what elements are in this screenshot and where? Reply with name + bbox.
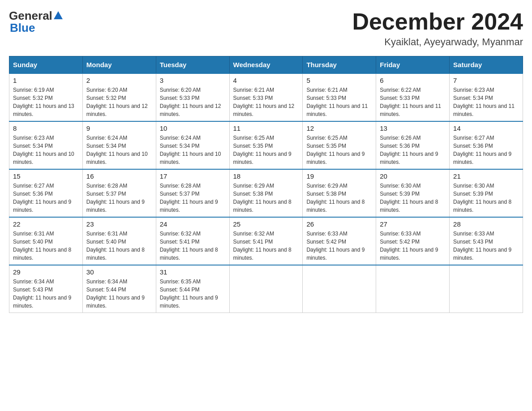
sunrise-label: Sunrise: 6:27 AM bbox=[13, 183, 54, 189]
day-info: Sunrise: 6:32 AM Sunset: 5:41 PM Dayligh… bbox=[160, 230, 226, 262]
sunrise-label: Sunrise: 6:30 AM bbox=[380, 183, 420, 189]
daylight-label: Daylight: 11 hours and 9 minutes. bbox=[86, 295, 145, 309]
location-text: Kyaiklat, Ayeyarwady, Myanmar bbox=[352, 36, 523, 48]
day-number: 19 bbox=[306, 172, 372, 180]
sunrise-label: Sunrise: 6:22 AM bbox=[380, 87, 420, 93]
day-number: 26 bbox=[306, 220, 372, 228]
day-info: Sunrise: 6:31 AM Sunset: 5:40 PM Dayligh… bbox=[13, 230, 79, 262]
sunrise-label: Sunrise: 6:23 AM bbox=[453, 87, 494, 93]
sunrise-label: Sunrise: 6:35 AM bbox=[160, 278, 201, 285]
day-number: 12 bbox=[306, 124, 372, 132]
sunrise-label: Sunrise: 6:20 AM bbox=[86, 87, 127, 93]
day-info: Sunrise: 6:26 AM Sunset: 5:36 PM Dayligh… bbox=[380, 134, 446, 166]
sunrise-label: Sunrise: 6:33 AM bbox=[306, 231, 347, 237]
calendar-header-sunday: Sunday bbox=[9, 56, 83, 74]
sunrise-label: Sunrise: 6:20 AM bbox=[160, 87, 201, 93]
calendar-cell: 25 Sunrise: 6:32 AM Sunset: 5:41 PM Dayl… bbox=[229, 217, 303, 265]
day-number: 20 bbox=[380, 172, 446, 180]
calendar-cell: 17 Sunrise: 6:28 AM Sunset: 5:37 PM Dayl… bbox=[156, 169, 229, 217]
page-header: General Blue December 2024 Kyaiklat, Aye… bbox=[9, 9, 523, 48]
day-info: Sunrise: 6:23 AM Sunset: 5:34 PM Dayligh… bbox=[453, 86, 519, 118]
calendar-cell: 21 Sunrise: 6:30 AM Sunset: 5:39 PM Dayl… bbox=[450, 169, 523, 217]
day-info: Sunrise: 6:28 AM Sunset: 5:37 PM Dayligh… bbox=[160, 182, 226, 214]
calendar-cell: 8 Sunrise: 6:23 AM Sunset: 5:34 PM Dayli… bbox=[9, 121, 83, 169]
day-info: Sunrise: 6:30 AM Sunset: 5:39 PM Dayligh… bbox=[380, 182, 446, 214]
sunset-label: Sunset: 5:36 PM bbox=[453, 143, 493, 149]
day-info: Sunrise: 6:21 AM Sunset: 5:33 PM Dayligh… bbox=[306, 86, 372, 118]
sunrise-label: Sunrise: 6:28 AM bbox=[160, 183, 201, 189]
calendar-header-friday: Friday bbox=[376, 56, 450, 74]
calendar-week-row: 1 Sunrise: 6:19 AM Sunset: 5:32 PM Dayli… bbox=[9, 73, 523, 121]
sunset-label: Sunset: 5:34 PM bbox=[453, 95, 493, 101]
day-number: 8 bbox=[13, 124, 79, 132]
calendar-cell bbox=[303, 265, 376, 313]
daylight-label: Daylight: 11 hours and 10 minutes. bbox=[160, 151, 221, 165]
day-info: Sunrise: 6:30 AM Sunset: 5:39 PM Dayligh… bbox=[453, 182, 519, 214]
daylight-label: Daylight: 11 hours and 12 minutes. bbox=[233, 103, 295, 117]
calendar-cell: 30 Sunrise: 6:34 AM Sunset: 5:44 PM Dayl… bbox=[82, 265, 156, 313]
daylight-label: Daylight: 11 hours and 8 minutes. bbox=[233, 247, 292, 261]
sunrise-label: Sunrise: 6:33 AM bbox=[453, 231, 494, 237]
title-section: December 2024 Kyaiklat, Ayeyarwady, Myan… bbox=[352, 9, 523, 48]
sunrise-label: Sunrise: 6:30 AM bbox=[453, 183, 494, 189]
daylight-label: Daylight: 11 hours and 8 minutes. bbox=[160, 247, 218, 261]
daylight-label: Daylight: 11 hours and 9 minutes. bbox=[453, 247, 511, 261]
daylight-label: Daylight: 11 hours and 8 minutes. bbox=[13, 247, 71, 261]
sunrise-label: Sunrise: 6:21 AM bbox=[306, 87, 347, 93]
calendar-cell: 12 Sunrise: 6:25 AM Sunset: 5:35 PM Dayl… bbox=[303, 121, 376, 169]
calendar-cell: 10 Sunrise: 6:24 AM Sunset: 5:34 PM Dayl… bbox=[156, 121, 229, 169]
sunset-label: Sunset: 5:33 PM bbox=[380, 95, 420, 101]
daylight-label: Daylight: 11 hours and 9 minutes. bbox=[233, 151, 292, 165]
day-info: Sunrise: 6:29 AM Sunset: 5:38 PM Dayligh… bbox=[306, 182, 372, 214]
daylight-label: Daylight: 11 hours and 8 minutes. bbox=[453, 199, 511, 213]
sunset-label: Sunset: 5:35 PM bbox=[306, 143, 346, 149]
daylight-label: Daylight: 11 hours and 9 minutes. bbox=[13, 199, 71, 213]
sunrise-label: Sunrise: 6:19 AM bbox=[13, 87, 54, 93]
calendar-header-monday: Monday bbox=[82, 56, 156, 74]
logo-blue-part bbox=[52, 11, 63, 21]
day-info: Sunrise: 6:34 AM Sunset: 5:44 PM Dayligh… bbox=[86, 278, 152, 310]
sunset-label: Sunset: 5:38 PM bbox=[233, 191, 273, 197]
sunrise-label: Sunrise: 6:24 AM bbox=[160, 135, 201, 141]
day-info: Sunrise: 6:21 AM Sunset: 5:33 PM Dayligh… bbox=[233, 86, 299, 118]
daylight-label: Daylight: 11 hours and 9 minutes. bbox=[380, 247, 438, 261]
day-info: Sunrise: 6:27 AM Sunset: 5:36 PM Dayligh… bbox=[13, 182, 79, 214]
calendar-cell: 7 Sunrise: 6:23 AM Sunset: 5:34 PM Dayli… bbox=[450, 73, 523, 121]
day-number: 1 bbox=[13, 77, 79, 84]
day-number: 28 bbox=[453, 220, 519, 228]
calendar-week-row: 15 Sunrise: 6:27 AM Sunset: 5:36 PM Dayl… bbox=[9, 169, 523, 217]
day-info: Sunrise: 6:23 AM Sunset: 5:34 PM Dayligh… bbox=[13, 134, 79, 166]
calendar-cell: 3 Sunrise: 6:20 AM Sunset: 5:33 PM Dayli… bbox=[156, 73, 229, 121]
sunset-label: Sunset: 5:39 PM bbox=[453, 191, 493, 197]
day-number: 10 bbox=[160, 124, 226, 132]
daylight-label: Daylight: 11 hours and 8 minutes. bbox=[86, 247, 145, 261]
day-number: 14 bbox=[453, 124, 519, 132]
sunset-label: Sunset: 5:43 PM bbox=[13, 287, 53, 293]
day-number: 2 bbox=[86, 77, 152, 84]
sunset-label: Sunset: 5:34 PM bbox=[13, 143, 53, 149]
day-info: Sunrise: 6:33 AM Sunset: 5:43 PM Dayligh… bbox=[453, 230, 519, 262]
day-number: 24 bbox=[160, 220, 226, 228]
day-number: 25 bbox=[233, 220, 299, 228]
daylight-label: Daylight: 11 hours and 12 minutes. bbox=[86, 103, 148, 117]
calendar-cell: 2 Sunrise: 6:20 AM Sunset: 5:32 PM Dayli… bbox=[82, 73, 156, 121]
calendar-cell: 19 Sunrise: 6:29 AM Sunset: 5:38 PM Dayl… bbox=[303, 169, 376, 217]
sunrise-label: Sunrise: 6:23 AM bbox=[13, 135, 54, 141]
sunset-label: Sunset: 5:37 PM bbox=[86, 191, 126, 197]
calendar-cell: 22 Sunrise: 6:31 AM Sunset: 5:40 PM Dayl… bbox=[9, 217, 83, 265]
daylight-label: Daylight: 11 hours and 9 minutes. bbox=[306, 151, 365, 165]
sunrise-label: Sunrise: 6:24 AM bbox=[86, 135, 127, 141]
day-number: 18 bbox=[233, 172, 299, 180]
day-number: 17 bbox=[160, 172, 226, 180]
day-number: 27 bbox=[380, 220, 446, 228]
day-number: 31 bbox=[160, 268, 226, 276]
calendar-cell bbox=[229, 265, 303, 313]
sunset-label: Sunset: 5:42 PM bbox=[306, 239, 346, 245]
calendar-cell: 27 Sunrise: 6:33 AM Sunset: 5:42 PM Dayl… bbox=[376, 217, 450, 265]
daylight-label: Daylight: 11 hours and 9 minutes. bbox=[306, 247, 365, 261]
calendar-cell: 6 Sunrise: 6:22 AM Sunset: 5:33 PM Dayli… bbox=[376, 73, 450, 121]
calendar-week-row: 8 Sunrise: 6:23 AM Sunset: 5:34 PM Dayli… bbox=[9, 121, 523, 169]
daylight-label: Daylight: 11 hours and 13 minutes. bbox=[13, 103, 74, 117]
sunset-label: Sunset: 5:37 PM bbox=[160, 191, 200, 197]
sunset-label: Sunset: 5:33 PM bbox=[160, 95, 200, 101]
